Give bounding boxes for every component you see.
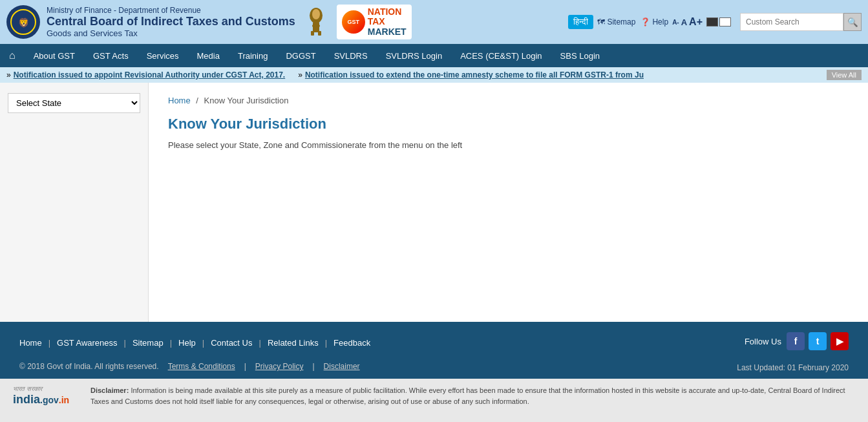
svg-rect-4 <box>313 22 319 32</box>
nav-about-gst[interactable]: About GST <box>25 44 84 67</box>
theme-buttons <box>706 17 731 26</box>
nation-tax-market-logo: GST NATION TAX MARKET <box>337 5 412 39</box>
india-gov-text: .gov <box>40 395 59 405</box>
footer-right: Follow Us f t ▶ <box>745 332 849 353</box>
nav-training[interactable]: Training <box>229 44 277 67</box>
svg-point-6 <box>317 25 320 27</box>
footer-copyright-area: © 2018 Govt of India. All rights reserve… <box>19 362 360 371</box>
nation-text: NATION <box>368 7 402 17</box>
font-size-controls: A- A A+ <box>672 16 703 28</box>
page-title: Know Your Jurisdiction <box>168 116 849 132</box>
facebook-icon[interactable]: f <box>787 332 805 350</box>
svg-point-5 <box>312 25 315 27</box>
dark-theme-button[interactable] <box>706 17 718 26</box>
help-link[interactable]: ❓ Help <box>640 17 668 26</box>
site-title: Ministry of Finance - Department of Reve… <box>47 6 295 39</box>
nav-home-button[interactable]: ⌂ <box>0 44 25 67</box>
nav-media[interactable]: Media <box>188 44 229 67</box>
search-icon: 🔍 <box>847 17 858 27</box>
ticker-link-2[interactable]: Notification issued to extend the one-ti… <box>305 70 644 79</box>
footer-gst-awareness-link[interactable]: GST Awareness <box>57 338 117 348</box>
footer-bottom: © 2018 Govt of India. All rights reserve… <box>19 361 849 372</box>
nav-services[interactable]: Services <box>138 44 188 67</box>
footer-sitemap-link[interactable]: Sitemap <box>132 338 164 348</box>
nav-sbs-login[interactable]: SBS Login <box>551 44 609 67</box>
search-input[interactable] <box>740 13 843 31</box>
sidebar: Select State <box>0 83 149 322</box>
top-bar-left: 🦁 Ministry of Finance - Department of Re… <box>6 5 412 39</box>
tax-text: TAX <box>368 17 385 26</box>
emblem-logo: 🦁 <box>6 5 40 39</box>
breadcrumb: Home / Know Your Jurisdiction <box>168 96 849 105</box>
footer-feedback-link[interactable]: Feedback <box>333 338 370 348</box>
nav-gst-acts[interactable]: GST Acts <box>84 44 138 67</box>
svg-rect-8 <box>318 31 321 36</box>
top-links: 🗺 Sitemap ❓ Help <box>597 17 668 26</box>
main-content: Home / Know Your Jurisdiction Know Your … <box>149 83 868 322</box>
footer-related-links-link[interactable]: Related Links <box>268 338 319 348</box>
svg-point-3 <box>312 9 320 19</box>
ticker-item-2: » Notification issued to extend the one-… <box>298 70 644 79</box>
nav-svldrs-login[interactable]: SVLDRS Login <box>377 44 451 67</box>
top-bar-right: हिन्दी 🗺 Sitemap ❓ Help A- A A+ 🔍 <box>568 13 862 31</box>
ticker-content: » Notification issued to appoint Revisio… <box>6 70 821 79</box>
india-gov-logo: भारत सरकार india .gov .in <box>13 385 78 406</box>
page-description: Please select your State, Zone and Commi… <box>168 140 849 150</box>
terms-link[interactable]: Terms & Conditions <box>168 362 235 371</box>
copyright-text: © 2018 Govt of India. All rights reserve… <box>19 362 159 371</box>
footer-links: Home | GST Awareness | Sitemap | Help | … <box>19 332 849 353</box>
home-icon: ⌂ <box>9 50 16 61</box>
ticker-arrow-2: » <box>298 70 302 79</box>
ticker-item-1: » Notification issued to appoint Revisio… <box>6 70 285 79</box>
search-bar: 🔍 <box>740 13 862 31</box>
nav-aces-login[interactable]: ACES (CE&ST) Login <box>451 44 551 67</box>
top-bar: 🦁 Ministry of Finance - Department of Re… <box>0 0 868 44</box>
nav-dggst[interactable]: DGGST <box>277 44 324 67</box>
ticker-link-1[interactable]: Notification issued to appoint Revisiona… <box>14 70 286 79</box>
search-button[interactable]: 🔍 <box>843 13 862 31</box>
main-wrapper: Select State Home / Know Your Jurisdicti… <box>0 83 868 322</box>
ticker-arrow-1: » <box>6 70 11 79</box>
news-ticker: » Notification issued to appoint Revisio… <box>0 67 868 83</box>
hindi-button[interactable]: हिन्दी <box>568 15 593 29</box>
follow-us: Follow Us f t ▶ <box>745 332 849 350</box>
help-icon: ❓ <box>640 17 650 26</box>
bottom-bar: भारत सरकार india .gov .in Disclaimer: In… <box>0 379 868 413</box>
footer-contact-us-link[interactable]: Contact Us <box>211 338 252 348</box>
sitemap-icon: 🗺 <box>597 17 605 26</box>
cbic-name: Central Board of Indirect Taxes and Cust… <box>47 15 295 29</box>
disclaimer-label: Disclaimer: <box>90 386 129 394</box>
youtube-icon[interactable]: ▶ <box>831 332 849 350</box>
font-decrease-button[interactable]: A- <box>672 19 679 26</box>
gst-name: Goods and Services Tax <box>47 28 295 38</box>
follow-us-label: Follow Us <box>745 337 781 346</box>
light-theme-button[interactable] <box>719 17 731 26</box>
sitemap-link[interactable]: 🗺 Sitemap <box>597 17 635 26</box>
main-nav: ⌂ About GST GST Acts Services Media Trai… <box>0 44 868 67</box>
india-in-text: .in <box>59 395 69 405</box>
lion-emblem <box>302 5 330 39</box>
footer-help-link[interactable]: Help <box>178 338 196 348</box>
social-icons: f t ▶ <box>787 332 849 350</box>
disclaimer-text-area: Disclaimer: Information is being made av… <box>90 385 855 406</box>
disclaimer-link[interactable]: Disclaimer <box>324 362 360 371</box>
privacy-link[interactable]: Privacy Policy <box>255 362 304 371</box>
gst-circle: GST <box>342 10 365 34</box>
font-normal-button[interactable]: A <box>681 17 687 27</box>
font-increase-button[interactable]: A+ <box>689 16 703 28</box>
breadcrumb-separator: / <box>196 96 198 105</box>
twitter-icon[interactable]: t <box>809 332 827 350</box>
footer-home-link[interactable]: Home <box>19 338 42 348</box>
svg-rect-7 <box>311 31 314 36</box>
breadcrumb-home[interactable]: Home <box>168 96 191 105</box>
state-select[interactable]: Select State <box>8 93 140 113</box>
market-text: MARKET <box>368 26 407 37</box>
ministry-name: Ministry of Finance - Department of Reve… <box>47 6 295 15</box>
india-text: india <box>13 393 40 406</box>
breadcrumb-current: Know Your Jurisdiction <box>204 96 289 105</box>
nav-svldrs[interactable]: SVLDRS <box>325 44 377 67</box>
svg-text:🦁: 🦁 <box>18 17 30 28</box>
disclaimer-body: Information is being made available at t… <box>90 386 845 405</box>
footer: Home | GST Awareness | Sitemap | Help | … <box>0 322 868 379</box>
view-all-button[interactable]: View All <box>827 70 862 80</box>
